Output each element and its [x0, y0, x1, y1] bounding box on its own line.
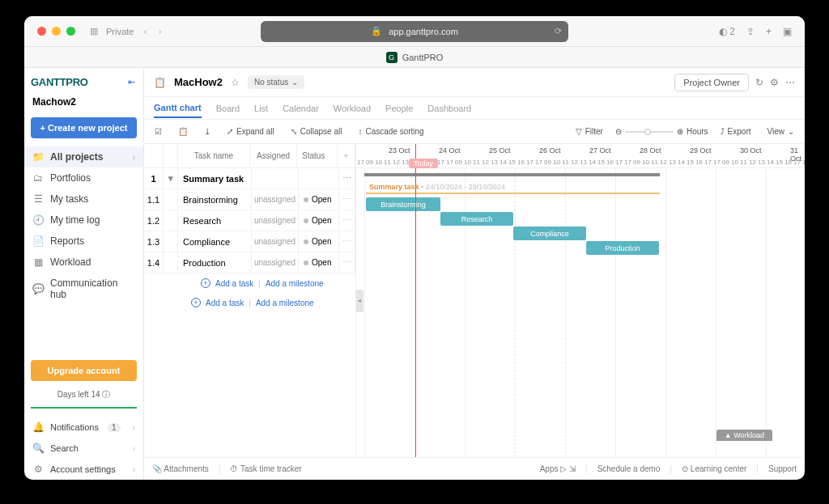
task-row[interactable]: 1.1 Brainstorming unassigned Open ⋯: [144, 189, 355, 210]
filter-button[interactable]: ▽ Filter: [572, 125, 607, 138]
schedule-demo-link[interactable]: Schedule a demo: [597, 464, 661, 473]
project-title: MacHow2: [174, 76, 223, 88]
project-icon: 📋: [154, 77, 166, 88]
row-menu-icon[interactable]: ⋯: [339, 231, 355, 252]
plus-circle-icon: +: [201, 278, 210, 288]
summary-bar[interactable]: [364, 173, 660, 176]
tab-title: GanttPRO: [402, 53, 444, 62]
select-mode-icon[interactable]: ☑: [151, 125, 166, 138]
main-panel: 📋 MacHow2 ☆ No status⌄ Project Owner ↻ ⚙…: [144, 68, 805, 480]
shield-icon[interactable]: ◐ 2: [719, 26, 735, 37]
task-bar-production[interactable]: Production: [586, 241, 659, 255]
gantt-timeline[interactable]: 23 Oct24 Oct25 Oct26 Oct27 Oct28 Oct29 O…: [356, 144, 805, 457]
list-icon: ☰: [32, 193, 44, 205]
sidebar-item-workload[interactable]: ▦ Workload: [24, 252, 143, 273]
collapse-sidebar-icon[interactable]: ⇤: [128, 77, 135, 87]
lock-icon: 🔒: [371, 26, 382, 36]
chevron-right-icon: ›: [133, 465, 135, 474]
gear-icon: ⚙: [32, 464, 44, 475]
today-label: Today: [409, 159, 438, 168]
search-icon: 🔍: [32, 443, 44, 454]
back-icon[interactable]: ‹: [143, 25, 147, 37]
new-tab-icon[interactable]: +: [766, 26, 772, 37]
add-task-row[interactable]: + Add a task | Add a milestone: [144, 293, 355, 312]
chevron-down-icon: ⌄: [291, 78, 298, 87]
indent-icon[interactable]: ⤓: [200, 125, 215, 138]
share-icon[interactable]: ⇪: [746, 26, 755, 37]
row-menu-icon[interactable]: ⋯: [339, 252, 355, 273]
task-row[interactable]: 1.2 Research unassigned Open ⋯: [144, 210, 355, 231]
workload-panel-toggle[interactable]: ▲ Workload: [716, 430, 772, 441]
apps-button[interactable]: Apps ▷ ⇲: [540, 464, 576, 473]
day-label: 25 Oct: [489, 146, 511, 155]
sidebar-toggle-icon[interactable]: ▥: [90, 26, 98, 36]
attachments-button[interactable]: 📎 Attachments: [152, 464, 209, 473]
create-project-button[interactable]: + Create new project: [31, 117, 137, 138]
row-menu-icon[interactable]: ⋯: [339, 168, 355, 188]
cascade-sort-button[interactable]: ↕ Cascade sorting: [354, 125, 427, 138]
export-button[interactable]: ⤴ Export: [716, 125, 755, 138]
tab-calendar[interactable]: Calendar: [283, 104, 319, 113]
url-bar[interactable]: 🔒 app.ganttpro.com ⟳: [261, 21, 568, 42]
view-tabs: Gantt chart Board List Calendar Workload…: [144, 97, 805, 120]
expand-all-button[interactable]: ⤢ Expand all: [223, 125, 278, 138]
summary-task-row[interactable]: 1 ▾ Summary task ⋯: [144, 168, 355, 189]
maximize-window-icon[interactable]: [66, 27, 75, 36]
sidebar-item-all-projects[interactable]: 📁 All projects ›: [24, 146, 143, 167]
row-menu-icon[interactable]: ⋯: [339, 210, 355, 231]
tabs-overview-icon[interactable]: ▣: [783, 26, 792, 37]
close-window-icon[interactable]: [37, 27, 46, 36]
task-bar-research[interactable]: Research: [440, 212, 513, 226]
sidebar-item-portfolios[interactable]: 🗂 Portfolios: [24, 167, 143, 188]
sidebar-item-reports[interactable]: 📄 Reports: [24, 231, 143, 252]
project-owner-button[interactable]: Project Owner: [674, 74, 749, 91]
view-dropdown[interactable]: View ⌄: [763, 125, 799, 138]
window-controls[interactable]: [37, 27, 75, 36]
add-column-icon[interactable]: +: [338, 144, 355, 167]
favorite-star-icon[interactable]: ☆: [231, 77, 240, 88]
time-tracker-button[interactable]: ⏱ Task time tracker: [230, 464, 301, 473]
split-handle-icon[interactable]: ◂: [356, 290, 363, 312]
private-label: Private: [106, 27, 134, 36]
tab-workload[interactable]: Workload: [334, 104, 371, 113]
task-row[interactable]: 1.4 Production unassigned Open ⋯: [144, 252, 355, 273]
collapse-toggle-icon[interactable]: ▾: [164, 168, 178, 188]
tab-list[interactable]: List: [254, 104, 268, 113]
minimize-window-icon[interactable]: [52, 27, 61, 36]
col-task-name: Task name: [178, 144, 250, 167]
sidebar-item-search[interactable]: 🔍 Search ›: [24, 438, 143, 459]
task-bar-compliance[interactable]: Compliance: [513, 227, 586, 240]
sidebar-item-notifications[interactable]: 🔔 Notifications 1 ›: [24, 417, 143, 438]
upgrade-button[interactable]: Upgrade account: [31, 360, 137, 381]
add-subtask-row[interactable]: + Add a task | Add a milestone: [144, 273, 355, 293]
sidebar-item-communication[interactable]: 💬 Communication hub: [24, 273, 143, 305]
tab-board[interactable]: Board: [216, 104, 240, 113]
sidebar-item-time-log[interactable]: 🕘 My time log: [24, 210, 143, 231]
task-bar-brainstorming[interactable]: Brainstorming: [366, 197, 440, 211]
row-menu-icon[interactable]: ⋯: [339, 189, 355, 210]
report-icon: 📄: [32, 235, 44, 247]
tab-gantt[interactable]: Gantt chart: [154, 103, 202, 118]
browser-tab[interactable]: G GanttPRO: [24, 47, 805, 68]
learning-center-link[interactable]: ⊙ Learning center: [682, 464, 746, 473]
settings-icon[interactable]: ⚙: [770, 77, 779, 88]
support-link[interactable]: Support: [768, 464, 797, 473]
tab-people[interactable]: People: [385, 104, 413, 113]
today-line: [415, 144, 416, 457]
logo: GANTTPRO: [31, 76, 88, 88]
sidebar-item-account[interactable]: ⚙ Account settings ›: [24, 459, 143, 480]
forward-icon[interactable]: ›: [159, 25, 162, 37]
info-icon[interactable]: ⓘ: [102, 390, 110, 399]
day-label: 30 Oct: [740, 146, 762, 155]
collapse-all-button[interactable]: ⤡ Collapse all: [287, 125, 346, 138]
reload-icon[interactable]: ⟳: [555, 26, 562, 36]
chevron-right-icon: ›: [133, 423, 135, 432]
tab-dashboard[interactable]: Dashboard: [427, 104, 471, 113]
history-icon[interactable]: ↻: [755, 77, 763, 88]
sidebar-item-my-tasks[interactable]: ☰ My tasks: [24, 188, 143, 210]
status-dropdown[interactable]: No status⌄: [248, 75, 304, 89]
more-icon[interactable]: ⋯: [785, 77, 795, 88]
copy-icon[interactable]: 📋: [174, 125, 192, 138]
zoom-slider[interactable]: ⊖ ⊕ Hours: [615, 127, 708, 136]
task-row[interactable]: 1.3 Compliance unassigned Open ⋯: [144, 231, 355, 252]
